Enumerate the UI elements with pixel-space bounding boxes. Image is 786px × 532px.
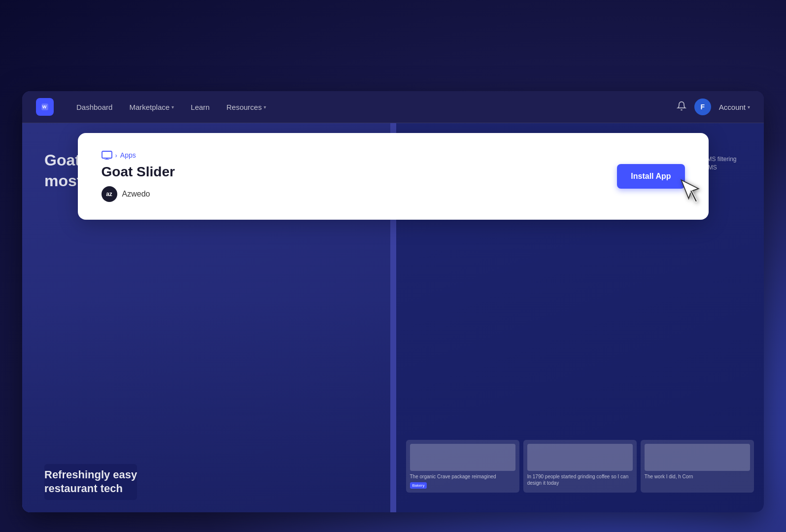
account-menu[interactable]: Account ▾ xyxy=(719,103,750,111)
account-chevron: ▾ xyxy=(748,104,750,110)
app-author: az Azwedo xyxy=(102,186,175,202)
notification-bell-icon[interactable] xyxy=(677,101,686,113)
cms-card-1-image xyxy=(410,444,515,471)
nav-links: Dashboard Marketplace ▾ Learn Resources … xyxy=(69,99,661,115)
navbar: W Dashboard Marketplace ▾ Learn Resource… xyxy=(22,91,764,123)
account-avatar: F xyxy=(694,99,711,115)
cms-card-1-text: The organic Crave package reimagined xyxy=(410,473,515,480)
breadcrumb-icon xyxy=(102,151,112,160)
screenshot-left-bottom: Refreshingly easyrestaurant tech xyxy=(22,299,390,513)
cms-card-2-image xyxy=(527,444,633,471)
navbar-right: F Account ▾ xyxy=(677,99,750,115)
cms-card-3: The work I did, h Corn xyxy=(641,440,754,493)
cms-card-2: In 1790 people started grinding coffee s… xyxy=(523,440,637,493)
svg-rect-2 xyxy=(102,151,112,158)
author-avatar: az xyxy=(102,186,117,202)
breadcrumb-separator: › xyxy=(115,152,117,159)
main-window: W Dashboard Marketplace ▾ Learn Resource… xyxy=(22,91,764,512)
breadcrumb-text: Apps xyxy=(120,151,136,159)
nav-dashboard[interactable]: Dashboard xyxy=(69,99,119,115)
nav-resources[interactable]: Resources ▾ xyxy=(219,99,273,115)
install-button-container: Install App xyxy=(617,164,684,189)
cms-card-3-image xyxy=(645,444,750,471)
breadcrumb: › Apps xyxy=(102,151,175,160)
nav-marketplace[interactable]: Marketplace ▾ xyxy=(122,99,181,115)
webflow-logo[interactable]: W xyxy=(36,98,54,116)
cms-card-1: The organic Crave package reimagined Bak… xyxy=(406,440,519,493)
screenshot-left-bottom-text: Refreshingly easyrestaurant tech xyxy=(44,468,137,496)
author-name: Azwedo xyxy=(122,190,150,199)
cms-card-1-badge: Bakery xyxy=(410,482,427,489)
content-area: Goat Slider, Webflow's most powerful sli… xyxy=(22,123,764,512)
resources-chevron: ▾ xyxy=(264,104,266,110)
svg-text:W: W xyxy=(42,104,47,109)
app-info-left: › Apps Goat Slider az Azwedo xyxy=(102,151,175,202)
app-info-card: › Apps Goat Slider az Azwedo Install App xyxy=(78,133,709,220)
install-app-button[interactable]: Install App xyxy=(617,164,684,189)
marketplace-chevron: ▾ xyxy=(171,104,174,110)
cms-cards: The organic Crave package reimagined Bak… xyxy=(406,440,754,493)
cms-card-3-text: The work I did, h Corn xyxy=(645,473,750,480)
app-title: Goat Slider xyxy=(102,164,175,180)
cms-card-2-text: In 1790 people started grinding coffee s… xyxy=(527,473,633,486)
screenshot-left-overlay: Refreshingly easyrestaurant tech xyxy=(44,464,137,500)
nav-learn[interactable]: Learn xyxy=(184,99,216,115)
